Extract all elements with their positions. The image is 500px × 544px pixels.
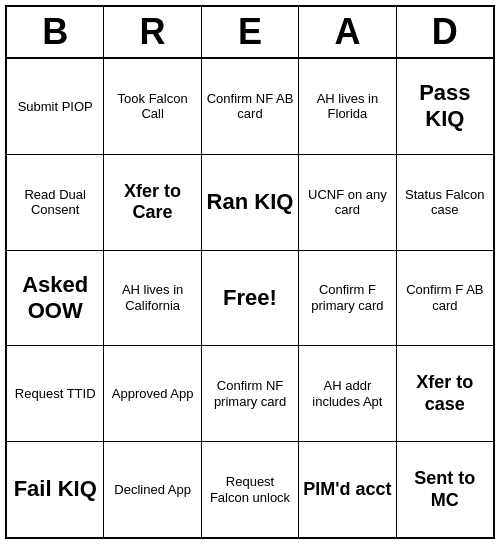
bingo-cell[interactable]: Pass KIQ (397, 59, 493, 154)
bingo-cell[interactable]: Confirm NF AB card (202, 59, 299, 154)
bingo-cell[interactable]: Confirm NF primary card (202, 346, 299, 441)
bingo-cell[interactable]: Ran KIQ (202, 155, 299, 250)
bingo-cell[interactable]: Xfer to Care (104, 155, 201, 250)
header-letter: B (7, 7, 104, 57)
bingo-header: BREAD (7, 7, 493, 59)
bingo-cell[interactable]: Confirm F primary card (299, 251, 396, 346)
bingo-row: Fail KIQDeclined AppRequest Falcon unloc… (7, 442, 493, 537)
bingo-grid: Submit PIOPTook Falcon CallConfirm NF AB… (7, 59, 493, 537)
bingo-cell[interactable]: AH lives in California (104, 251, 201, 346)
bingo-cell[interactable]: AH addr includes Apt (299, 346, 396, 441)
bingo-cell[interactable]: AH lives in Florida (299, 59, 396, 154)
header-letter: E (202, 7, 299, 57)
bingo-cell[interactable]: Xfer to case (397, 346, 493, 441)
bingo-cell[interactable]: Request TTID (7, 346, 104, 441)
bingo-cell[interactable]: Asked OOW (7, 251, 104, 346)
bingo-cell[interactable]: Fail KIQ (7, 442, 104, 537)
bingo-cell[interactable]: Free! (202, 251, 299, 346)
bingo-cell[interactable]: Took Falcon Call (104, 59, 201, 154)
bingo-cell[interactable]: Request Falcon unlock (202, 442, 299, 537)
bingo-cell[interactable]: Submit PIOP (7, 59, 104, 154)
header-letter: A (299, 7, 396, 57)
bingo-cell[interactable]: PIM'd acct (299, 442, 396, 537)
bingo-row: Asked OOWAH lives in CaliforniaFree!Conf… (7, 251, 493, 347)
bingo-row: Request TTIDApproved AppConfirm NF prima… (7, 346, 493, 442)
bingo-card: BREAD Submit PIOPTook Falcon CallConfirm… (5, 5, 495, 539)
bingo-cell[interactable]: Read Dual Consent (7, 155, 104, 250)
bingo-cell[interactable]: Confirm F AB card (397, 251, 493, 346)
bingo-row: Read Dual ConsentXfer to CareRan KIQUCNF… (7, 155, 493, 251)
bingo-row: Submit PIOPTook Falcon CallConfirm NF AB… (7, 59, 493, 155)
bingo-cell[interactable]: Declined App (104, 442, 201, 537)
header-letter: D (397, 7, 493, 57)
bingo-cell[interactable]: Approved App (104, 346, 201, 441)
bingo-cell[interactable]: Status Falcon case (397, 155, 493, 250)
header-letter: R (104, 7, 201, 57)
bingo-cell[interactable]: Sent to MC (397, 442, 493, 537)
bingo-cell[interactable]: UCNF on any card (299, 155, 396, 250)
